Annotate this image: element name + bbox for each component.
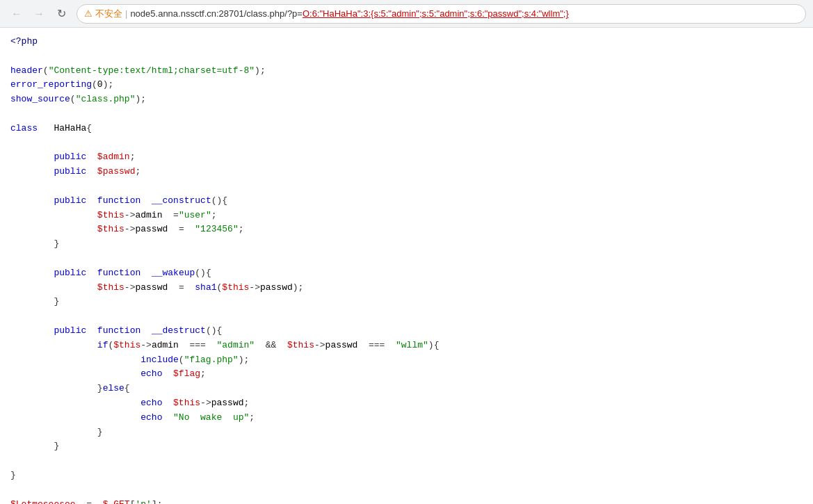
back-button[interactable]: ← <box>7 4 26 24</box>
line-error-reporting: error_reporting(0); <box>10 78 803 92</box>
blank-4 <box>10 179 803 194</box>
line-class-close: } <box>10 469 803 483</box>
line-class-def: class HaHaHa{ <box>10 122 803 136</box>
url-host: node5.anna.nssctf.cn:28701/class.php/?p= <box>130 8 303 19</box>
line-if-condition: if($this->admin === "admin" && $this->pa… <box>10 339 803 353</box>
line-construct-close: } <box>10 237 803 252</box>
separator: | <box>125 8 127 19</box>
line-include: include("flag.php"); <box>10 353 803 368</box>
blank-6 <box>10 309 803 324</box>
forward-button[interactable]: → <box>29 4 49 24</box>
line-getvar: $Letmeseesee = $_GET['p']; <box>10 498 803 505</box>
browser-toolbar: ← → ↻ ⚠ 不安全 | node5.anna.nssctf.cn:28701… <box>0 0 813 28</box>
line-construct-sig: public function __construct(){ <box>10 194 803 209</box>
line-admin-prop: public $admin; <box>10 150 803 165</box>
insecure-label: 不安全 <box>95 8 122 20</box>
line-passwd-assign: $this->passwd = "123456"; <box>10 222 803 237</box>
php-open-tag: <?php <box>10 35 803 49</box>
blank-2 <box>10 107 803 122</box>
blank-5 <box>10 252 803 266</box>
blank-3 <box>10 136 803 151</box>
line-else: }else{ <box>10 382 803 396</box>
line-wakeup-sig: public function __wakeup(){ <box>10 266 803 281</box>
line-show-source: show_source("class.php"); <box>10 92 803 107</box>
reload-button[interactable]: ↻ <box>51 4 71 24</box>
url-text: node5.anna.nssctf.cn:28701/class.php/?p=… <box>130 8 568 19</box>
line-echo-passwd: echo $this->passwd; <box>10 396 803 411</box>
line-echo-nowake: echo "No wake up"; <box>10 411 803 425</box>
line-else-close: } <box>10 425 803 440</box>
nav-buttons: ← → ↻ <box>7 4 71 24</box>
line-sha1: $this->passwd = sha1($this->passwd); <box>10 281 803 295</box>
line-passwd-prop: public $passwd; <box>10 165 803 179</box>
code-area: <?php header("Content-type:text/html;cha… <box>0 28 813 504</box>
line-wakeup-close: } <box>10 295 803 309</box>
blank-8 <box>10 483 803 498</box>
line-destruct-sig: public function __destruct(){ <box>10 324 803 339</box>
warning-icon: ⚠ <box>84 8 92 19</box>
line-admin-assign: $this->admin ="user"; <box>10 209 803 223</box>
line-echo-flag: echo $flag; <box>10 367 803 382</box>
url-payload: O:6:"HaHaHa":3:{s:5:"admin";s:5:"admin";… <box>303 8 569 19</box>
address-bar[interactable]: ⚠ 不安全 | node5.anna.nssctf.cn:28701/class… <box>77 4 806 24</box>
line-destruct-close: } <box>10 439 803 454</box>
blank-7 <box>10 454 803 469</box>
blank-1 <box>10 49 803 64</box>
line-header: header("Content-type:text/html;charset=u… <box>10 64 803 79</box>
